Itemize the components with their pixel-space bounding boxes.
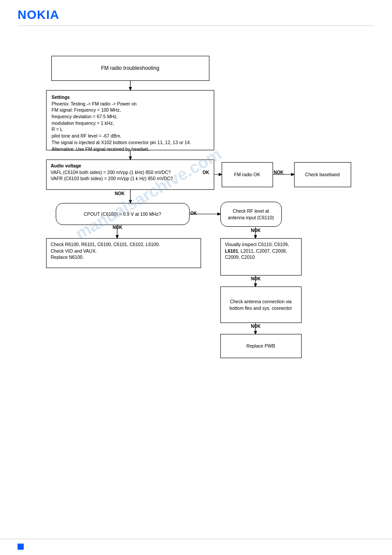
- settings-line5: R = L: [52, 126, 191, 133]
- antenna-text: Check antenna connection via bottom flex…: [230, 299, 292, 311]
- box-settings: Settings Phoenix: Testing -> FM radio ->…: [46, 90, 214, 150]
- header: NOKIA: [0, 0, 392, 29]
- check-line3: Replace N6100.: [51, 254, 160, 261]
- settings-line7: The signal is injected at X102 bottom co…: [52, 139, 191, 146]
- audio-vafr: VAFR (C6103 both sides) = 200 mVpp (1 k …: [51, 175, 173, 182]
- rf-text: Check RF level at antenna input (C6110): [228, 208, 274, 220]
- box-visually-inspect: Visually inspect C6110, C6109, L6101, L2…: [220, 238, 302, 276]
- box-fm-radio-ok: FM radio OK: [222, 162, 273, 187]
- box-check-r6100: Check R6100, R6101, C6100, C6101, C6102,…: [46, 238, 201, 268]
- label-nok6: NOK: [251, 324, 261, 329]
- settings-line6: pilot tone and RF level = -67 dBm.: [52, 133, 191, 139]
- settings-line4: modulation frequency = 1 kHz,: [52, 120, 191, 127]
- box-check-antenna: Check antenna connection via bottom flex…: [220, 287, 302, 323]
- label-ok2: OK: [191, 211, 197, 216]
- header-divider: [18, 25, 374, 26]
- page: NOKIA manualsarchive.com: [0, 0, 392, 555]
- footer-square: [18, 544, 24, 550]
- check-line1: Check R6100, R6101, C6100, C6101, C6102,…: [51, 241, 160, 248]
- label-nok4: NOK: [251, 228, 261, 233]
- main-content: manualsarchive.com: [0, 29, 392, 421]
- settings-line3: frequency deviation = 67.5 MHz,: [52, 113, 191, 120]
- label-nok2: NOK: [115, 191, 125, 196]
- box-check-rf-level: Check RF level at antenna input (C6110): [220, 202, 282, 227]
- box-audio-voltage: Audio voltage VAFL (C6104 both sides) = …: [46, 160, 214, 190]
- box-replace-pwb: Replace PWB: [220, 334, 302, 358]
- settings-line8: Alternative: Use FM signal received by h…: [52, 146, 191, 152]
- check-line2: Check VIO and VAUX.: [51, 248, 160, 254]
- settings-line2: FM signal: Frequency = 100 MHz,: [52, 107, 191, 113]
- box-cpout: CPOUT (C6100) = 0.9 V at 100 MHz?: [56, 203, 190, 225]
- audio-title: Audio voltage: [51, 163, 173, 169]
- audio-vafl: VAFL (C6104 both sides) = 200 mVpp (1 kH…: [51, 169, 173, 176]
- box-check-baseband: Check baseband: [294, 162, 351, 187]
- box-fm-radio-troubleshooting: FM radio troubleshooting: [51, 56, 209, 81]
- footer: [0, 539, 392, 555]
- flowchart: FM radio troubleshooting Settings Phoeni…: [18, 38, 374, 403]
- label-nok1: NOK: [274, 170, 284, 175]
- label-nok3: NOK: [113, 225, 122, 230]
- label-ok1: OK: [203, 170, 209, 175]
- settings-line1: Phoenix: Testing -> FM radio -> Power on: [52, 101, 191, 107]
- visually-text: Visually inspect C6110, C6109, L6101, L2…: [225, 242, 289, 260]
- nokia-logo: NOKIA: [18, 8, 374, 22]
- settings-title: Settings: [52, 94, 191, 101]
- label-nok5: NOK: [251, 276, 261, 281]
